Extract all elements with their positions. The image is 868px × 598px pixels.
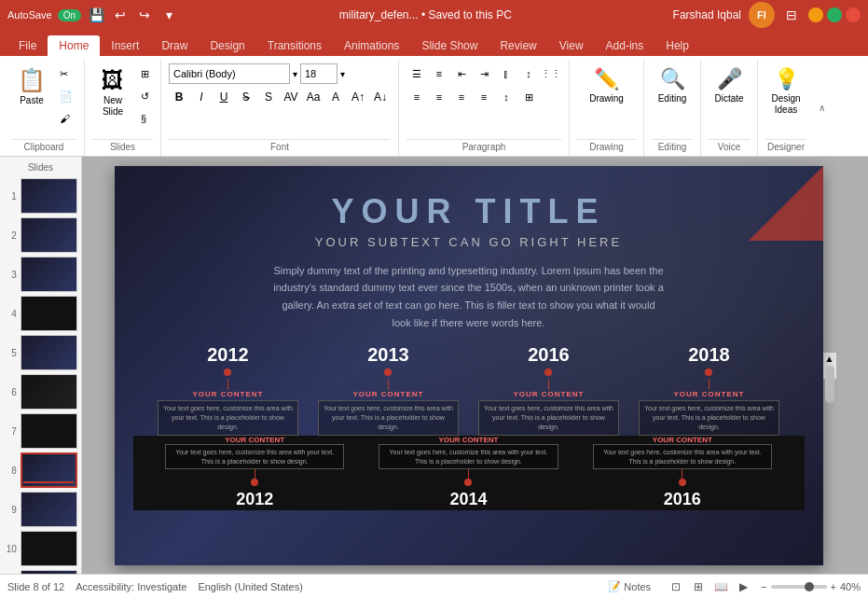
bullets-button[interactable]: ☰ [406, 63, 427, 84]
normal-view-button[interactable]: ⊡ [666, 578, 686, 595]
smart-art-button[interactable]: ⋮⋮ [541, 63, 561, 84]
close-button[interactable] [846, 7, 861, 22]
font-family-input[interactable] [169, 63, 290, 84]
slide-thumb-4[interactable]: 4 [4, 296, 77, 331]
slide-thumb-2[interactable]: 2 [4, 217, 77, 253]
view-buttons: ⊡ ⊞ 📖 ▶ [666, 578, 753, 595]
zoom-in-button[interactable]: + [831, 581, 836, 592]
tab-file[interactable]: File [7, 35, 48, 56]
tab-help[interactable]: Help [654, 35, 700, 56]
slide-thumb-3[interactable]: 3 [4, 257, 77, 292]
shadow-button[interactable]: S [258, 87, 279, 107]
font-size-dropdown[interactable]: ▾ [340, 69, 345, 79]
zoom-level[interactable]: 40% [840, 581, 861, 592]
increase-font-button[interactable]: A↑ [348, 87, 368, 107]
align-center-button[interactable]: ≡ [429, 87, 449, 107]
slide-thumb-9[interactable]: 9 [4, 492, 77, 527]
change-case-button[interactable]: Aa [303, 87, 324, 107]
section-button[interactable]: § [137, 108, 153, 129]
tab-slideshow[interactable]: Slide Show [410, 35, 489, 56]
scroll-thumb[interactable] [825, 366, 834, 403]
editing-button[interactable]: 🔍 Editing [652, 63, 693, 108]
slide-img-8[interactable] [21, 452, 77, 488]
drawing-button[interactable]: ✏️ Drawing [586, 63, 627, 108]
slide-thumb-1[interactable]: 1 [4, 178, 77, 214]
timeline-label-2: YOUR CONTENT [513, 390, 584, 398]
cut-button[interactable]: ✂ [56, 63, 76, 84]
slide-sorter-button[interactable]: ⊞ [688, 578, 709, 595]
tab-addins[interactable]: Add-ins [595, 35, 655, 56]
slide-img-1[interactable] [21, 178, 77, 214]
copy-button[interactable]: 📄 [56, 86, 76, 106]
slide-thumb-5[interactable]: 5 [4, 335, 77, 370]
ribbon-collapse-button[interactable]: ∧ [814, 60, 829, 156]
avatar[interactable]: FI [749, 2, 775, 28]
new-slide-label: NewSlide [103, 95, 123, 118]
slide-img-6[interactable] [21, 374, 77, 410]
slide-img-3[interactable] [21, 257, 77, 292]
paste-button[interactable]: 📋 Paste [11, 63, 52, 110]
maximize-button[interactable] [827, 7, 842, 22]
tab-transitions[interactable]: Transitions [256, 35, 333, 56]
slide-thumb-8[interactable]: 8 [4, 452, 77, 488]
line-spacing-button[interactable]: ↕ [496, 87, 517, 107]
underline-button[interactable]: U [214, 87, 234, 107]
redo-icon[interactable]: ↪ [135, 6, 154, 24]
bold-button[interactable]: B [169, 87, 189, 107]
justify-button[interactable]: ≡ [474, 87, 494, 107]
zoom-out-button[interactable]: − [761, 581, 766, 592]
increase-indent-button[interactable]: ⇥ [474, 63, 494, 84]
ribbon-display-icon[interactable]: ⊟ [782, 6, 801, 24]
align-left-button[interactable]: ≡ [406, 87, 427, 107]
new-slide-button[interactable]: 🖼 NewSlide [92, 63, 133, 121]
more-options-icon[interactable]: ▾ [159, 6, 178, 24]
decrease-font-button[interactable]: A↓ [370, 87, 391, 107]
numbering-button[interactable]: ≡ [429, 63, 449, 84]
decrease-indent-button[interactable]: ⇤ [451, 63, 472, 84]
slide-thumb-10[interactable]: 10 [4, 531, 77, 566]
italic-button[interactable]: I [191, 87, 212, 107]
reset-button[interactable]: ↺ [137, 86, 153, 106]
slideshow-view-button[interactable]: ▶ [733, 578, 753, 595]
autosave-toggle[interactable]: On [58, 9, 81, 21]
slide-img-9[interactable] [21, 492, 77, 527]
char-spacing-button[interactable]: AV [281, 87, 301, 107]
slide-img-7[interactable] [21, 413, 77, 449]
tab-draw[interactable]: Draw [150, 35, 199, 56]
zoom-slider[interactable] [771, 585, 827, 589]
tab-design[interactable]: Design [199, 35, 255, 56]
slide-thumb-6[interactable]: 6 [4, 374, 77, 410]
font-size-input[interactable] [300, 63, 338, 84]
slide-img-5[interactable] [21, 335, 77, 370]
text-direction-button[interactable]: ↕ [518, 63, 539, 84]
layout-button[interactable]: ⊞ [137, 63, 153, 84]
strikethrough-button[interactable]: S̶ [236, 87, 256, 107]
notes-button[interactable]: 📝 Notes [600, 578, 658, 594]
font-family-dropdown[interactable]: ▾ [293, 69, 297, 79]
columns-button[interactable]: ⫿ [496, 63, 517, 84]
dictate-button[interactable]: 🎤 Dictate [709, 63, 750, 108]
design-ideas-button[interactable]: 💡 Design Ideas [765, 63, 806, 119]
format-painter-button[interactable]: 🖌 [56, 108, 76, 129]
undo-icon[interactable]: ↩ [111, 6, 130, 24]
slide-img-11[interactable] [21, 570, 77, 574]
align-right-button[interactable]: ≡ [451, 87, 472, 107]
more-para-button[interactable]: ⊞ [518, 87, 539, 107]
drawing-label: Drawing [589, 93, 624, 104]
scroll-up-arrow[interactable]: ▲ [823, 353, 836, 366]
slide-img-2[interactable] [21, 217, 77, 253]
tab-animations[interactable]: Animations [333, 35, 410, 56]
tab-insert[interactable]: Insert [100, 35, 150, 56]
zoom-slider-thumb[interactable] [805, 582, 814, 591]
slide-thumb-11[interactable]: 11 [4, 570, 77, 574]
slide-img-4[interactable] [21, 296, 77, 331]
tab-home[interactable]: Home [48, 35, 100, 56]
save-icon[interactable]: 💾 [87, 6, 105, 24]
minimize-button[interactable] [808, 7, 823, 22]
tab-review[interactable]: Review [489, 35, 547, 56]
font-color-button[interactable]: A [325, 87, 346, 107]
slide-thumb-7[interactable]: 7 [4, 413, 77, 449]
reading-view-button[interactable]: 📖 [710, 578, 731, 595]
tab-view[interactable]: View [548, 35, 595, 56]
slide-img-10[interactable] [21, 531, 77, 566]
